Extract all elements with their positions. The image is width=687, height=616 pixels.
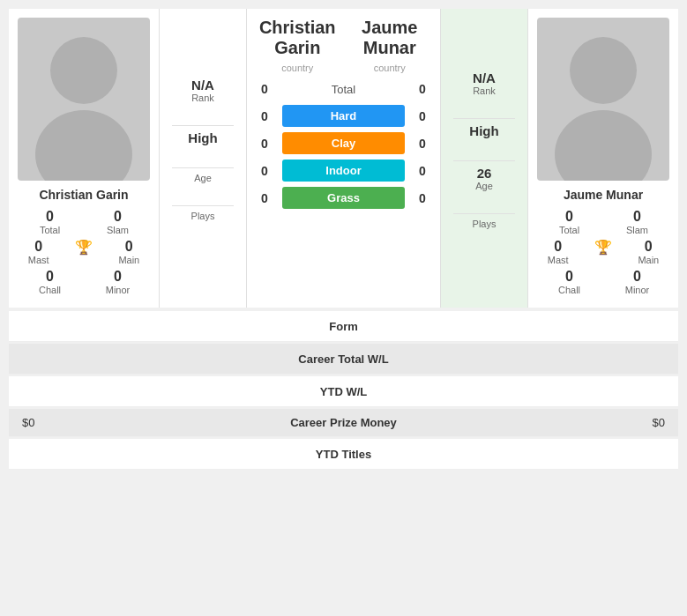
- ytd-titles-row: YTD Titles: [9, 439, 678, 470]
- right-player-name: Jaume Munar: [564, 188, 643, 202]
- right-stats-row1: 0 Total 0 Slam: [535, 209, 671, 235]
- indoor-left-score: 0: [251, 164, 278, 178]
- left-minor-value: 0: [114, 269, 122, 285]
- right-mast-cell: 0 Mast: [538, 239, 578, 265]
- right-info-panel: N/A Rank High 26 Age Plays: [440, 9, 528, 308]
- left-mast-value: 0: [34, 239, 42, 255]
- right-chall-label: Chall: [558, 285, 580, 295]
- right-country: country: [344, 63, 437, 73]
- total-right-score: 0: [409, 82, 436, 96]
- left-player-avatar: [18, 18, 150, 181]
- left-total-cell: 0 Total: [30, 209, 70, 235]
- left-chall-label: Chall: [39, 285, 61, 295]
- right-plays-label: Plays: [445, 219, 523, 229]
- right-mast-label: Mast: [548, 255, 569, 265]
- svg-point-3: [555, 110, 652, 181]
- center-right-name: Jaume Munar: [344, 18, 437, 58]
- career-prize-right: $0: [653, 416, 665, 429]
- grass-row: 0 Grass 0: [251, 187, 436, 209]
- left-divider1: [172, 125, 234, 126]
- right-divider3: [453, 213, 515, 214]
- clay-button[interactable]: Clay: [282, 132, 405, 154]
- left-slam-value: 0: [114, 209, 122, 225]
- clay-left-score: 0: [251, 137, 278, 151]
- career-total-row: Career Total W/L: [9, 344, 678, 375]
- right-high-value: High: [445, 123, 523, 138]
- total-row: 0 Total 0: [251, 82, 436, 96]
- hard-left-score: 0: [251, 109, 278, 123]
- right-minor-label: Minor: [625, 285, 650, 295]
- left-chall-cell: 0 Chall: [30, 269, 70, 295]
- left-country: country: [251, 63, 344, 73]
- left-player-name: Christian Garin: [39, 188, 128, 202]
- left-high-value: High: [164, 130, 242, 145]
- right-minor-cell: 0 Minor: [617, 269, 657, 295]
- total-left-score: 0: [251, 82, 278, 96]
- left-stats-row1: 0 Total 0 Slam: [16, 209, 152, 235]
- career-prize-left: $0: [22, 416, 34, 429]
- right-slam-value: 0: [633, 209, 641, 225]
- left-minor-cell: 0 Minor: [98, 269, 138, 295]
- center-section: Christian Garin country Jaume Munar coun…: [247, 9, 440, 308]
- ytd-titles-label: YTD Titles: [316, 448, 371, 461]
- left-slam-label: Slam: [107, 225, 129, 235]
- right-plays-item: Plays: [445, 219, 523, 229]
- right-stats-row3: 0 Chall 0 Minor: [535, 269, 671, 295]
- right-main-cell: 0 Main: [629, 239, 668, 265]
- right-chall-value: 0: [565, 269, 573, 285]
- indoor-right-score: 0: [409, 164, 436, 178]
- grass-button[interactable]: Grass: [282, 187, 405, 209]
- right-age-label: Age: [445, 181, 523, 191]
- right-slam-cell: 0 Slam: [617, 209, 657, 235]
- form-label: Form: [329, 320, 358, 333]
- indoor-button[interactable]: Indoor: [282, 160, 405, 182]
- total-label: Total: [282, 83, 405, 96]
- hard-right-score: 0: [409, 109, 436, 123]
- svg-point-2: [570, 37, 637, 104]
- right-player-avatar: [537, 18, 669, 181]
- hard-button[interactable]: Hard: [282, 105, 405, 127]
- left-info-panel: N/A Rank High Age Plays: [159, 9, 247, 308]
- left-player-card: Christian Garin 0 Total 0 Slam 0 Mast 🏆: [9, 9, 159, 308]
- right-trophy-cell: 🏆: [583, 239, 623, 265]
- left-total-label: Total: [40, 225, 60, 235]
- left-trophy-icon: 🏆: [75, 239, 93, 256]
- grass-right-score: 0: [409, 191, 436, 205]
- left-minor-label: Minor: [106, 285, 131, 295]
- right-main-value: 0: [645, 239, 653, 255]
- right-divider1: [453, 118, 515, 119]
- right-slam-label: Slam: [626, 225, 648, 235]
- left-chall-value: 0: [46, 269, 54, 285]
- left-main-cell: 0 Main: [109, 239, 149, 265]
- right-rank-label: Rank: [445, 85, 523, 96]
- svg-point-0: [50, 37, 117, 104]
- center-left-name: Christian Garin: [251, 18, 344, 58]
- left-age-item: Age: [164, 173, 242, 183]
- clay-right-score: 0: [409, 137, 436, 151]
- right-divider2: [453, 160, 515, 161]
- career-prize-row: $0 Career Prize Money $0: [9, 409, 678, 437]
- left-mast-label: Mast: [28, 255, 49, 265]
- career-total-label: Career Total W/L: [298, 353, 388, 366]
- clay-row: 0 Clay 0: [251, 132, 436, 154]
- hard-row: 0 Hard 0: [251, 105, 436, 127]
- center-headers: Christian Garin country Jaume Munar coun…: [251, 18, 436, 82]
- indoor-row: 0 Indoor 0: [251, 160, 436, 182]
- left-slam-cell: 0 Slam: [98, 209, 138, 235]
- left-main-value: 0: [125, 239, 133, 255]
- left-rank-value: N/A: [164, 78, 242, 93]
- right-stats-row2: 0 Mast 🏆 0 Main: [535, 239, 671, 265]
- right-total-cell: 0 Total: [549, 209, 589, 235]
- right-rank-item: N/A Rank: [445, 71, 523, 96]
- right-total-value: 0: [565, 209, 573, 225]
- left-stats-row3: 0 Chall 0 Minor: [16, 269, 152, 295]
- left-mast-cell: 0 Mast: [19, 239, 58, 265]
- right-total-label: Total: [559, 225, 579, 235]
- left-rank-item: N/A Rank: [164, 78, 242, 103]
- left-rank-label: Rank: [164, 93, 242, 103]
- right-chall-cell: 0 Chall: [549, 269, 589, 295]
- right-main-label: Main: [638, 255, 659, 265]
- left-main-label: Main: [118, 255, 139, 265]
- left-total-value: 0: [46, 209, 54, 225]
- career-prize-label: Career Prize Money: [290, 416, 397, 429]
